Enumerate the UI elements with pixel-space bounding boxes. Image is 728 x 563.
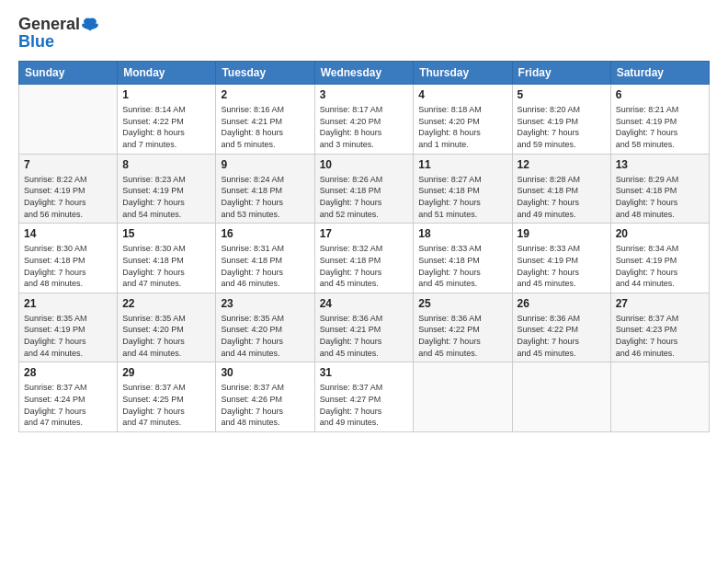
day-number: 29 xyxy=(122,365,210,380)
day-number: 2 xyxy=(221,87,309,102)
calendar-cell xyxy=(414,362,512,432)
logo-bird-icon xyxy=(81,16,99,34)
day-info: Sunrise: 8:20 AM Sunset: 4:19 PM Dayligh… xyxy=(518,104,606,150)
calendar-cell: 21Sunrise: 8:35 AM Sunset: 4:19 PM Dayli… xyxy=(19,293,118,362)
calendar-col-saturday: Saturday xyxy=(610,62,709,85)
day-number: 21 xyxy=(24,296,112,311)
logo: General Blue xyxy=(18,15,100,52)
calendar-week-row: 21Sunrise: 8:35 AM Sunset: 4:19 PM Dayli… xyxy=(19,293,710,362)
day-number: 28 xyxy=(24,365,112,380)
day-number: 9 xyxy=(221,157,309,172)
calendar-cell: 6Sunrise: 8:21 AM Sunset: 4:19 PM Daylig… xyxy=(610,85,709,155)
day-number: 24 xyxy=(320,296,409,311)
calendar-header-row: SundayMondayTuesdayWednesdayThursdayFrid… xyxy=(19,62,710,85)
day-info: Sunrise: 8:18 AM Sunset: 4:20 PM Dayligh… xyxy=(418,104,506,150)
day-info: Sunrise: 8:27 AM Sunset: 4:18 PM Dayligh… xyxy=(418,174,506,220)
calendar-cell: 30Sunrise: 8:37 AM Sunset: 4:26 PM Dayli… xyxy=(216,362,314,432)
calendar-cell: 20Sunrise: 8:34 AM Sunset: 4:19 PM Dayli… xyxy=(610,224,709,293)
header: General Blue xyxy=(18,15,710,52)
day-number: 1 xyxy=(122,87,210,102)
calendar-cell: 10Sunrise: 8:26 AM Sunset: 4:18 PM Dayli… xyxy=(314,154,414,224)
logo-text: General xyxy=(18,15,100,34)
day-info: Sunrise: 8:31 AM Sunset: 4:18 PM Dayligh… xyxy=(221,243,309,289)
day-number: 4 xyxy=(418,87,506,102)
logo-blue-label: Blue xyxy=(18,32,54,52)
calendar-cell: 28Sunrise: 8:37 AM Sunset: 4:24 PM Dayli… xyxy=(19,362,118,432)
day-number: 5 xyxy=(518,87,606,102)
calendar-col-sunday: Sunday xyxy=(19,62,118,85)
day-info: Sunrise: 8:37 AM Sunset: 4:26 PM Dayligh… xyxy=(221,382,309,428)
day-info: Sunrise: 8:29 AM Sunset: 4:18 PM Dayligh… xyxy=(616,174,704,220)
day-info: Sunrise: 8:22 AM Sunset: 4:19 PM Dayligh… xyxy=(24,174,112,220)
day-number: 7 xyxy=(24,157,112,172)
calendar-cell: 29Sunrise: 8:37 AM Sunset: 4:25 PM Dayli… xyxy=(118,362,216,432)
day-number: 13 xyxy=(616,157,704,172)
day-info: Sunrise: 8:26 AM Sunset: 4:18 PM Dayligh… xyxy=(320,174,409,220)
calendar-cell: 14Sunrise: 8:30 AM Sunset: 4:18 PM Dayli… xyxy=(19,224,118,293)
calendar-cell: 25Sunrise: 8:36 AM Sunset: 4:22 PM Dayli… xyxy=(414,293,512,362)
day-number: 6 xyxy=(616,87,704,102)
day-info: Sunrise: 8:37 AM Sunset: 4:24 PM Dayligh… xyxy=(24,382,112,428)
day-number: 26 xyxy=(518,296,606,311)
calendar-col-monday: Monday xyxy=(118,62,216,85)
calendar-col-thursday: Thursday xyxy=(414,62,512,85)
day-info: Sunrise: 8:33 AM Sunset: 4:19 PM Dayligh… xyxy=(518,243,606,289)
day-number: 18 xyxy=(418,226,506,241)
day-number: 25 xyxy=(418,296,506,311)
calendar: SundayMondayTuesdayWednesdayThursdayFrid… xyxy=(18,61,710,432)
day-number: 15 xyxy=(122,226,210,241)
day-info: Sunrise: 8:34 AM Sunset: 4:19 PM Dayligh… xyxy=(616,243,704,289)
day-info: Sunrise: 8:37 AM Sunset: 4:23 PM Dayligh… xyxy=(616,313,704,359)
calendar-week-row: 1Sunrise: 8:14 AM Sunset: 4:22 PM Daylig… xyxy=(19,85,710,155)
day-number: 27 xyxy=(616,296,704,311)
day-number: 11 xyxy=(418,157,506,172)
calendar-week-row: 14Sunrise: 8:30 AM Sunset: 4:18 PM Dayli… xyxy=(19,224,710,293)
day-number: 14 xyxy=(24,226,112,241)
day-info: Sunrise: 8:30 AM Sunset: 4:18 PM Dayligh… xyxy=(122,243,210,289)
day-number: 31 xyxy=(320,365,409,380)
day-info: Sunrise: 8:14 AM Sunset: 4:22 PM Dayligh… xyxy=(122,104,210,150)
calendar-cell: 18Sunrise: 8:33 AM Sunset: 4:18 PM Dayli… xyxy=(414,224,512,293)
calendar-cell: 24Sunrise: 8:36 AM Sunset: 4:21 PM Dayli… xyxy=(314,293,414,362)
day-info: Sunrise: 8:35 AM Sunset: 4:20 PM Dayligh… xyxy=(122,313,210,359)
calendar-cell xyxy=(19,85,118,155)
calendar-col-tuesday: Tuesday xyxy=(216,62,314,85)
calendar-cell: 27Sunrise: 8:37 AM Sunset: 4:23 PM Dayli… xyxy=(610,293,709,362)
day-number: 30 xyxy=(221,365,309,380)
calendar-cell: 26Sunrise: 8:36 AM Sunset: 4:22 PM Dayli… xyxy=(512,293,610,362)
day-info: Sunrise: 8:36 AM Sunset: 4:21 PM Dayligh… xyxy=(320,313,409,359)
calendar-cell: 9Sunrise: 8:24 AM Sunset: 4:18 PM Daylig… xyxy=(216,154,314,224)
calendar-cell xyxy=(512,362,610,432)
calendar-cell: 2Sunrise: 8:16 AM Sunset: 4:21 PM Daylig… xyxy=(216,85,314,155)
day-number: 10 xyxy=(320,157,409,172)
calendar-cell: 13Sunrise: 8:29 AM Sunset: 4:18 PM Dayli… xyxy=(610,154,709,224)
calendar-cell: 7Sunrise: 8:22 AM Sunset: 4:19 PM Daylig… xyxy=(19,154,118,224)
day-info: Sunrise: 8:37 AM Sunset: 4:25 PM Dayligh… xyxy=(122,382,210,428)
logo-general: General xyxy=(18,15,80,34)
calendar-cell: 19Sunrise: 8:33 AM Sunset: 4:19 PM Dayli… xyxy=(512,224,610,293)
calendar-cell: 4Sunrise: 8:18 AM Sunset: 4:20 PM Daylig… xyxy=(414,85,512,155)
day-number: 16 xyxy=(221,226,309,241)
day-number: 19 xyxy=(518,226,606,241)
calendar-cell: 17Sunrise: 8:32 AM Sunset: 4:18 PM Dayli… xyxy=(314,224,414,293)
day-info: Sunrise: 8:24 AM Sunset: 4:18 PM Dayligh… xyxy=(221,174,309,220)
calendar-cell: 16Sunrise: 8:31 AM Sunset: 4:18 PM Dayli… xyxy=(216,224,314,293)
calendar-cell: 11Sunrise: 8:27 AM Sunset: 4:18 PM Dayli… xyxy=(414,154,512,224)
day-number: 22 xyxy=(122,296,210,311)
calendar-cell: 5Sunrise: 8:20 AM Sunset: 4:19 PM Daylig… xyxy=(512,85,610,155)
calendar-cell xyxy=(610,362,709,432)
day-number: 23 xyxy=(221,296,309,311)
day-info: Sunrise: 8:23 AM Sunset: 4:19 PM Dayligh… xyxy=(122,174,210,220)
calendar-week-row: 7Sunrise: 8:22 AM Sunset: 4:19 PM Daylig… xyxy=(19,154,710,224)
day-info: Sunrise: 8:16 AM Sunset: 4:21 PM Dayligh… xyxy=(221,104,309,150)
day-info: Sunrise: 8:36 AM Sunset: 4:22 PM Dayligh… xyxy=(418,313,506,359)
calendar-cell: 1Sunrise: 8:14 AM Sunset: 4:22 PM Daylig… xyxy=(118,85,216,155)
day-number: 20 xyxy=(616,226,704,241)
calendar-col-wednesday: Wednesday xyxy=(314,62,414,85)
day-info: Sunrise: 8:17 AM Sunset: 4:20 PM Dayligh… xyxy=(320,104,409,150)
day-info: Sunrise: 8:30 AM Sunset: 4:18 PM Dayligh… xyxy=(24,243,112,289)
day-info: Sunrise: 8:35 AM Sunset: 4:19 PM Dayligh… xyxy=(24,313,112,359)
calendar-cell: 22Sunrise: 8:35 AM Sunset: 4:20 PM Dayli… xyxy=(118,293,216,362)
day-info: Sunrise: 8:32 AM Sunset: 4:18 PM Dayligh… xyxy=(320,243,409,289)
page: General Blue SundayMondayTuesdayWednesda… xyxy=(0,0,728,563)
